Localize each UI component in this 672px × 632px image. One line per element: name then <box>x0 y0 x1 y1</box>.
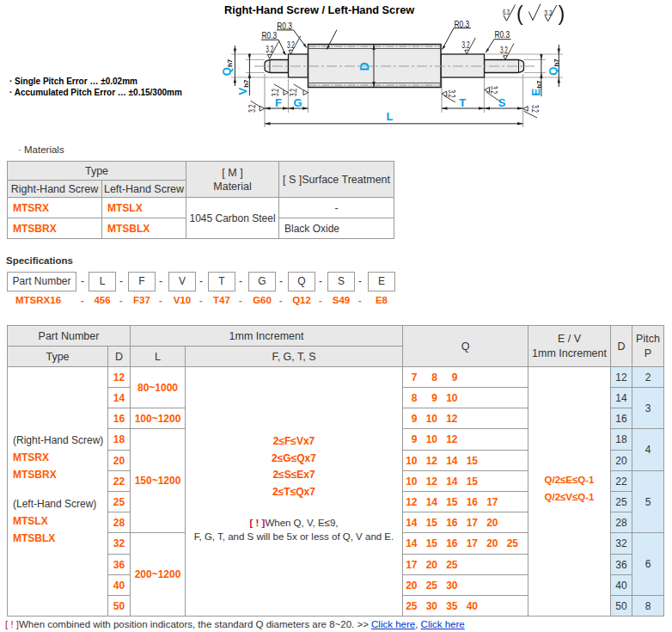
svg-text:3.2: 3.2 <box>530 105 541 113</box>
svg-text:L: L <box>387 110 394 123</box>
svg-text:3.2: 3.2 <box>462 40 470 50</box>
svg-text:D: D <box>357 62 371 71</box>
svg-text:F: F <box>275 96 282 109</box>
svg-text:3.2: 3.2 <box>489 86 499 94</box>
svg-text:3.2: 3.2 <box>288 89 298 96</box>
svg-text:Eh7: Eh7 <box>529 80 543 96</box>
svg-text:3.2: 3.2 <box>447 90 457 98</box>
svg-text:R0.3: R0.3 <box>494 29 510 40</box>
svg-text:R0.3: R0.3 <box>277 21 292 31</box>
svg-text:S: S <box>498 96 506 109</box>
svg-text:G: G <box>293 96 302 109</box>
svg-text:R0.3: R0.3 <box>262 30 278 40</box>
svg-text:R0.3: R0.3 <box>454 19 469 29</box>
svg-text:Qh7: Qh7 <box>220 58 234 76</box>
svg-text:(: ( <box>516 3 523 25</box>
svg-text:Vh7: Vh7 <box>236 79 250 95</box>
svg-text:T: T <box>459 96 466 109</box>
svg-text:3.2: 3.2 <box>247 105 257 113</box>
svg-text:6.3: 6.3 <box>503 7 510 16</box>
svg-text:Qh7: Qh7 <box>547 58 560 76</box>
svg-text:3.2: 3.2 <box>270 89 280 96</box>
svg-text:): ) <box>559 3 565 25</box>
svg-text:3.2: 3.2 <box>500 45 508 55</box>
